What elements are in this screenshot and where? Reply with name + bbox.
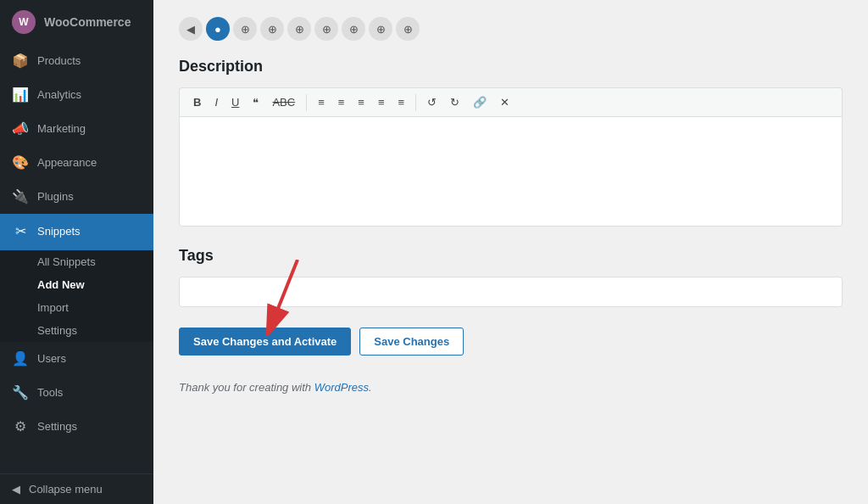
toolbar-divider-1 <box>306 94 307 111</box>
editor-body[interactable] <box>179 116 843 227</box>
align-left-button[interactable]: ≡ <box>353 93 370 111</box>
sidebar-item-appearance[interactable]: 🎨 Appearance <box>0 146 153 180</box>
top-nav-pills: ◀ ● ⊕ ⊕ ⊕ ⊕ ⊕ ⊕ ⊕ <box>179 17 843 41</box>
nav-pill-7[interactable]: ⊕ <box>369 17 392 41</box>
submenu-add-new[interactable]: Add New <box>0 273 153 296</box>
marketing-icon: 📣 <box>12 120 29 137</box>
save-activate-button[interactable]: Save Changes and Activate <box>179 328 351 356</box>
nav-pill-4[interactable]: ⊕ <box>287 17 311 41</box>
sidebar-item-label: Plugins <box>37 190 74 204</box>
nav-pill-8[interactable]: ⊕ <box>396 17 420 41</box>
sidebar-item-label: Analytics <box>37 88 81 103</box>
editor-toolbar: B I U ❝ ABC ≡ ≡ ≡ ≡ ≡ ↺ ↻ 🔗 ✕ <box>179 87 843 116</box>
snippets-arrow-icon: ◀ <box>130 222 142 242</box>
nav-pill-6[interactable]: ⊕ <box>342 17 365 41</box>
redo-button[interactable]: ↻ <box>445 93 465 111</box>
sidebar-item-label: Settings <box>37 420 77 434</box>
nav-pill-5[interactable]: ⊕ <box>314 17 338 41</box>
settings-icon: ⚙ <box>12 418 29 435</box>
sidebar-item-tools[interactable]: 🔧 Tools <box>0 376 153 410</box>
sidebar-item-label: Marketing <box>37 122 86 137</box>
submenu-all-snippets[interactable]: All Snippets <box>0 250 153 273</box>
ordered-list-button[interactable]: ≡ <box>333 93 350 111</box>
collapse-icon: ◀ <box>12 483 20 496</box>
tools-icon: 🔧 <box>12 384 29 401</box>
underline-button[interactable]: U <box>226 93 244 111</box>
sidebar-item-plugins[interactable]: 🔌 Plugins <box>0 180 153 214</box>
align-center-button[interactable]: ≡ <box>373 93 390 111</box>
main-content: ◀ ● ⊕ ⊕ ⊕ ⊕ ⊕ ⊕ ⊕ Description B I U ❝ AB… <box>153 0 868 504</box>
align-right-button[interactable]: ≡ <box>393 93 410 111</box>
sidebar-item-analytics[interactable]: 📊 Analytics <box>0 78 153 112</box>
link-button[interactable]: 🔗 <box>468 93 492 111</box>
bold-button[interactable]: B <box>188 93 206 111</box>
sidebar-brand[interactable]: W WooCommerce <box>0 0 153 44</box>
snippets-icon: ✂ <box>12 224 29 241</box>
wordpress-link[interactable]: WordPress <box>314 381 369 394</box>
undo-button[interactable]: ↺ <box>422 93 442 111</box>
appearance-icon: 🎨 <box>12 154 29 171</box>
footer-text-pre: Thank you for creating with <box>179 381 314 394</box>
sidebar-item-label: Snippets <box>37 225 81 239</box>
strikethrough-button[interactable]: ABC <box>267 93 300 111</box>
sidebar-item-snippets[interactable]: ✂ Snippets ◀ <box>0 214 153 250</box>
plugins-icon: 🔌 <box>12 188 29 205</box>
tags-section: Tags <box>179 247 843 307</box>
snippets-submenu: All Snippets Add New Import Settings <box>0 250 153 342</box>
users-icon: 👤 <box>12 350 29 367</box>
sidebar-item-settings[interactable]: ⚙ Settings <box>0 410 153 444</box>
sidebar-item-label: Tools <box>37 386 63 400</box>
italic-button[interactable]: I <box>209 93 223 111</box>
nav-pill-3[interactable]: ⊕ <box>260 17 284 41</box>
sidebar-item-label: Appearance <box>37 156 97 171</box>
sidebar-item-label: Products <box>37 54 81 69</box>
description-editor: B I U ❝ ABC ≡ ≡ ≡ ≡ ≡ ↺ ↻ 🔗 ✕ <box>179 87 843 227</box>
sidebar-item-label: Users <box>37 352 66 367</box>
sidebar-item-marketing[interactable]: 📣 Marketing <box>0 112 153 146</box>
submenu-import[interactable]: Import <box>0 296 153 319</box>
analytics-icon: 📊 <box>12 87 29 104</box>
sidebar-brand-label: WooCommerce <box>44 15 131 29</box>
sidebar: W WooCommerce 📦 Products 📊 Analytics 📣 M… <box>0 0 153 504</box>
description-label: Description <box>179 58 843 76</box>
woocommerce-icon: W <box>12 10 36 34</box>
nav-pill-active[interactable]: ● <box>206 17 230 41</box>
save-changes-button[interactable]: Save Changes <box>359 328 464 356</box>
wp-footer: Thank you for creating with WordPress. <box>179 381 843 394</box>
sidebar-item-users[interactable]: 👤 Users <box>0 342 153 376</box>
sidebar-item-products[interactable]: 📦 Products <box>0 44 153 78</box>
unordered-list-button[interactable]: ≡ <box>313 93 330 111</box>
submenu-settings[interactable]: Settings <box>0 319 153 342</box>
toolbar-divider-2 <box>415 94 416 111</box>
collapse-label: Collapse menu <box>29 483 103 496</box>
products-icon: 📦 <box>12 53 29 70</box>
close-button[interactable]: ✕ <box>495 93 515 111</box>
nav-pill-1[interactable]: ◀ <box>179 17 203 41</box>
tags-label: Tags <box>179 247 843 265</box>
nav-pill-2[interactable]: ⊕ <box>233 17 257 41</box>
footer-text-post: . <box>369 381 372 394</box>
blockquote-button[interactable]: ❝ <box>248 93 264 111</box>
collapse-menu-button[interactable]: ◀ Collapse menu <box>0 473 153 504</box>
buttons-row: Save Changes and Activate Save Changes <box>179 328 843 356</box>
tags-input[interactable] <box>179 277 843 307</box>
